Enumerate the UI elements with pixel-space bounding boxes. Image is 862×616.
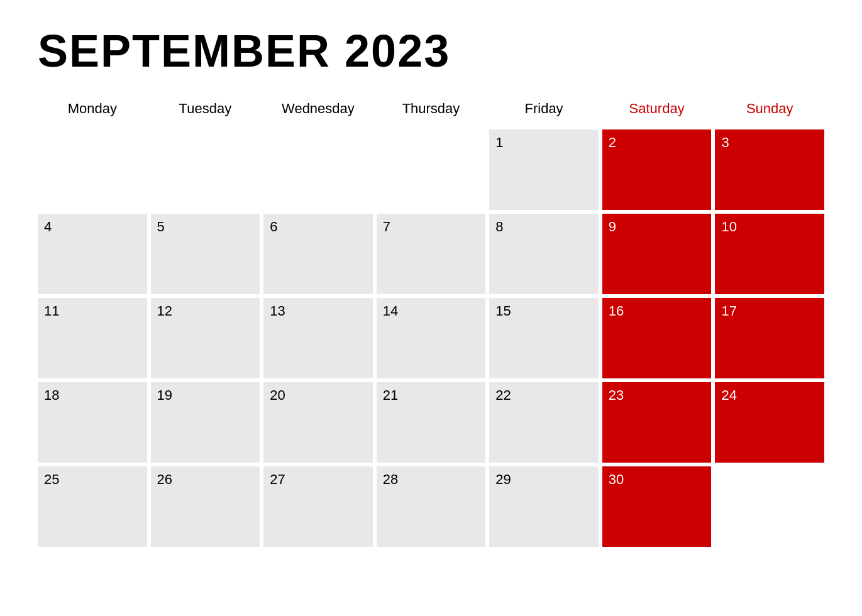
day-cell-8[interactable]: 8 (489, 214, 599, 294)
day-header-monday: Monday (38, 96, 147, 126)
day-cell-12[interactable]: 12 (151, 298, 260, 378)
day-cell-17[interactable]: 17 (715, 298, 824, 378)
day-cell-14[interactable]: 14 (377, 298, 486, 378)
calendar-title: SEPTEMBER 2023 (38, 25, 824, 77)
day-cell-13[interactable]: 13 (263, 298, 373, 378)
day-cell-empty (263, 129, 373, 210)
day-cell-empty (38, 129, 147, 210)
day-cell-3[interactable]: 3 (715, 129, 824, 210)
day-header-friday: Friday (489, 96, 599, 126)
day-cell-10[interactable]: 10 (715, 214, 824, 294)
day-header-saturday: Saturday (602, 96, 712, 126)
day-cell-24[interactable]: 24 (715, 382, 824, 463)
day-cell-30[interactable]: 30 (602, 466, 712, 547)
day-cell-26[interactable]: 26 (151, 466, 260, 547)
day-cell-5[interactable]: 5 (151, 214, 260, 294)
day-cell-29[interactable]: 29 (489, 466, 599, 547)
day-cell-19[interactable]: 19 (151, 382, 260, 463)
day-cell-25[interactable]: 25 (38, 466, 147, 547)
day-cell-22[interactable]: 22 (489, 382, 599, 463)
day-header-sunday: Sunday (715, 96, 824, 126)
calendar-container: SEPTEMBER 2023 MondayTuesdayWednesdayThu… (0, 0, 862, 566)
day-cell-11[interactable]: 11 (38, 298, 147, 378)
day-header-tuesday: Tuesday (151, 96, 260, 126)
day-cell-empty (715, 466, 824, 547)
day-cell-28[interactable]: 28 (377, 466, 486, 547)
day-cell-4[interactable]: 4 (38, 214, 147, 294)
day-cell-21[interactable]: 21 (377, 382, 486, 463)
day-cell-27[interactable]: 27 (263, 466, 373, 547)
day-cell-1[interactable]: 1 (489, 129, 599, 210)
day-header-thursday: Thursday (377, 96, 486, 126)
day-cell-23[interactable]: 23 (602, 382, 712, 463)
day-cell-15[interactable]: 15 (489, 298, 599, 378)
day-cell-7[interactable]: 7 (377, 214, 486, 294)
day-cell-empty (151, 129, 260, 210)
day-cell-6[interactable]: 6 (263, 214, 373, 294)
day-cell-9[interactable]: 9 (602, 214, 712, 294)
day-cell-empty (377, 129, 486, 210)
day-cell-18[interactable]: 18 (38, 382, 147, 463)
day-cell-20[interactable]: 20 (263, 382, 373, 463)
calendar-grid: MondayTuesdayWednesdayThursdayFridaySatu… (38, 96, 824, 547)
day-cell-16[interactable]: 16 (602, 298, 712, 378)
day-cell-2[interactable]: 2 (602, 129, 712, 210)
day-header-wednesday: Wednesday (263, 96, 373, 126)
